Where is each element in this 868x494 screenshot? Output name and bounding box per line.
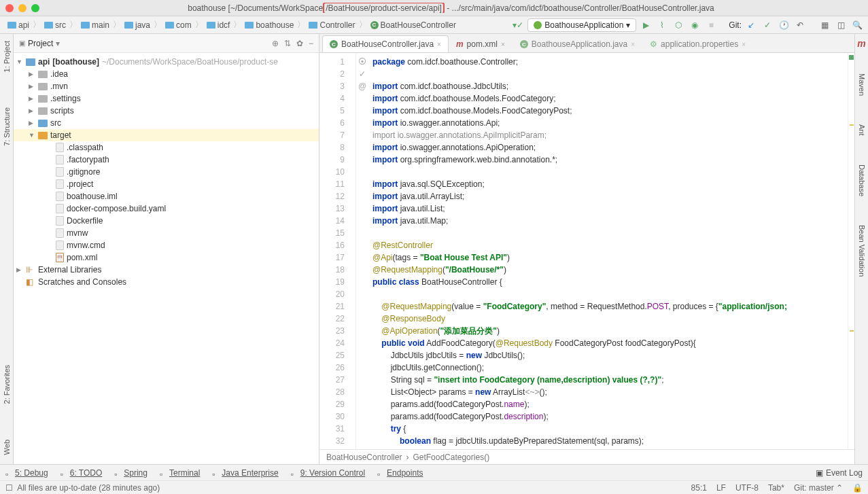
editor-tab-BoatHouseController.java[interactable]: CBoatHouseController.java× [322, 35, 449, 52]
build-icon[interactable]: ▾✓ [511, 18, 525, 32]
tree-item-.idea[interactable]: ▶.idea [14, 68, 319, 80]
editor-tab-pom.xml[interactable]: mpom.xml× [449, 35, 513, 52]
gutter-icons[interactable]: ⦿✓@ [356, 53, 368, 449]
code-area[interactable]: package com.idcf.boathouse.Controller; i… [368, 53, 848, 449]
tree-item-docker-compose.build.yaml[interactable]: docker-compose.build.yaml [14, 202, 319, 215]
editor: CBoatHouseController.java×mpom.xml×CBoat… [319, 34, 854, 464]
tool-window----version-control[interactable]: ▫9: Version Control [291, 468, 365, 478]
tree-item-scripts[interactable]: ▶scripts [14, 105, 319, 117]
tree-item-Dockerfile[interactable]: Dockerfile [14, 215, 319, 227]
sort-icon[interactable]: ⇅ [284, 39, 291, 48]
spring-icon [534, 21, 542, 29]
ide-settings-icon[interactable]: ▦ [818, 18, 831, 32]
external-libraries[interactable]: ▶⊪External Libraries [14, 264, 319, 276]
debug-button[interactable]: ⌇ [655, 18, 669, 32]
breadcrumb-api[interactable]: api [4, 19, 33, 31]
tree-root-name: api [38, 57, 50, 67]
run-configuration-selector[interactable]: BoathouseApplication ▾ [527, 18, 636, 32]
indent-info[interactable]: Tab* [768, 483, 784, 493]
tree-root-path: ~/Documents/WorkSpace/BoatHouse/product-… [102, 57, 278, 67]
window-close-button[interactable] [5, 4, 14, 12]
title-highlight: /BoatHouse/product-service/api] [323, 3, 445, 13]
tool-window-terminal[interactable]: ▫Terminal [160, 468, 200, 478]
status-bar-icon[interactable]: ☐ [5, 483, 13, 493]
hide-icon[interactable]: − [309, 39, 313, 48]
editor-tab-BoathouseApplication.java[interactable]: CBoathouseApplication.java× [513, 35, 642, 52]
web-tool-tab[interactable]: Web [1, 436, 12, 459]
profile-button[interactable]: ◉ [688, 18, 701, 32]
editor-tab-application.properties[interactable]: ⚙application.properties× [642, 35, 753, 52]
breadcrumb-boathouse[interactable]: boathouse [241, 19, 297, 31]
line-gutter[interactable]: 1234567891011121314151617181920212223242… [319, 53, 356, 449]
git-label: Git: [729, 20, 742, 30]
tree-item-mvnw[interactable]: mvnw [14, 227, 319, 239]
coverage-button[interactable]: ⬡ [672, 18, 685, 32]
window-minimize-button[interactable] [18, 4, 27, 12]
tool-window----debug[interactable]: ▫5: Debug [5, 468, 48, 478]
breadcrumb-src[interactable]: src [41, 19, 69, 31]
tree-item-.factorypath[interactable]: .factorypath [14, 154, 319, 166]
window-maximize-button[interactable] [31, 4, 39, 12]
close-tab-icon[interactable]: × [501, 41, 505, 48]
git-branch[interactable]: Git: master ⌃ [794, 483, 843, 493]
favorites-tool-tab[interactable]: 2: Favorites [1, 361, 12, 408]
tree-item-.project[interactable]: .project [14, 178, 319, 190]
project-tree[interactable]: ▼ api [boathouse] ~/Documents/WorkSpace/… [14, 53, 319, 464]
bean-validation-tool-tab[interactable]: Bean Validation [856, 221, 867, 281]
breadcrumb-com[interactable]: com [162, 19, 195, 31]
tree-item-mvnw.cmd[interactable]: mvnw.cmd [14, 239, 319, 251]
ant-tool-tab[interactable]: Ant [856, 120, 867, 140]
tree-item-.settings[interactable]: ▶.settings [14, 92, 319, 105]
tree-item-target[interactable]: ▼target [14, 129, 319, 141]
lock-icon[interactable]: 🔒 [852, 483, 863, 493]
breadcrumb-BoatHouseController[interactable]: CBoatHouseController [367, 19, 459, 31]
tool-window----todo[interactable]: ▫6: TODO [60, 468, 103, 478]
tree-item-pom.xml[interactable]: mpom.xml [14, 251, 319, 264]
caret-position[interactable]: 85:1 [691, 483, 707, 493]
event-log-icon: ▣ [816, 468, 823, 478]
search-icon[interactable]: 🔍 [850, 18, 864, 32]
project-tool-tab[interactable]: 1: Project [1, 37, 12, 76]
gear-icon[interactable]: ✿ [296, 39, 303, 48]
project-panel: ▣ Project ▾ ⊕ ⇅ ✿ − ▼ api [boathouse] ~/… [14, 34, 319, 464]
maven-icon[interactable]: m [857, 38, 865, 49]
run-button[interactable]: ▶ [639, 18, 653, 32]
git-history-icon[interactable]: 🕐 [777, 18, 791, 32]
tree-item-.classpath[interactable]: .classpath [14, 141, 319, 154]
tree-item-src[interactable]: ▶src [14, 117, 319, 129]
project-collapse-icon[interactable]: ▣ [19, 39, 25, 47]
database-tool-tab[interactable]: Database [856, 160, 867, 200]
tool-window-endpoints[interactable]: ▫Endpoints [377, 468, 423, 478]
chevron-down-icon[interactable]: ▾ [56, 39, 60, 48]
tree-root-suffix: [boathouse] [52, 57, 99, 67]
status-message: All files are up-to-date (28 minutes ago… [17, 483, 160, 493]
editor-breadcrumb[interactable]: BoatHouseController›GetFoodCategories() [319, 449, 854, 464]
tool-window-java-enterprise[interactable]: ▫Java Enterprise [212, 468, 278, 478]
error-stripe[interactable] [848, 53, 854, 449]
breadcrumb-java[interactable]: java [121, 19, 154, 31]
breadcrumb-idcf[interactable]: idcf [203, 19, 234, 31]
project-header-title[interactable]: Project [28, 39, 53, 48]
tree-item-.mvn[interactable]: ▶.mvn [14, 80, 319, 92]
close-tab-icon[interactable]: × [742, 41, 746, 48]
scratches-consoles[interactable]: ◧Scratches and Consoles [14, 276, 319, 288]
ide-layout-icon[interactable]: ◫ [834, 18, 848, 32]
tree-root[interactable]: ▼ api [boathouse] ~/Documents/WorkSpace/… [14, 56, 319, 68]
locate-icon[interactable]: ⊕ [272, 39, 279, 48]
structure-tool-tab[interactable]: 7: Structure [1, 103, 12, 150]
tree-item-.gitignore[interactable]: .gitignore [14, 166, 319, 178]
tool-window-spring[interactable]: ▫Spring [114, 468, 147, 478]
git-update-icon[interactable]: ↙ [744, 18, 758, 32]
git-rollback-icon[interactable]: ↶ [793, 18, 807, 32]
breadcrumb-main[interactable]: main [77, 19, 113, 31]
event-log-button[interactable]: ▣ Event Log [816, 468, 863, 478]
git-commit-icon[interactable]: ✓ [761, 18, 774, 32]
close-tab-icon[interactable]: × [437, 41, 441, 48]
file-encoding[interactable]: UTF-8 [735, 483, 759, 493]
close-tab-icon[interactable]: × [631, 41, 635, 48]
stop-button[interactable]: ■ [704, 18, 718, 32]
breadcrumb-Controller[interactable]: Controller [305, 19, 358, 31]
tree-item-boathouse.iml[interactable]: boathouse.iml [14, 190, 319, 202]
maven-tool-tab[interactable]: Maven [856, 69, 867, 100]
line-separator[interactable]: LF [716, 483, 726, 493]
